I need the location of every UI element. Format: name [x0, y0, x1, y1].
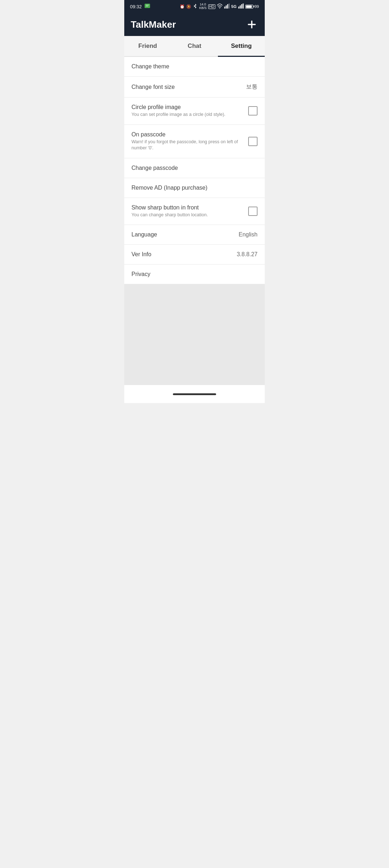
setting-title-change-font-size: Change font size: [131, 84, 242, 90]
svg-rect-4: [227, 4, 228, 9]
setting-subtitle-on-passcode: Warn! if you forgot the passcode, long p…: [131, 139, 244, 152]
setting-value-font-size: 보통: [246, 83, 258, 91]
svg-rect-9: [242, 4, 243, 9]
setting-item-change-passcode[interactable]: Change passcode: [124, 158, 265, 178]
setting-title-remove-ad: Remove AD (Inapp purchase): [131, 185, 258, 191]
svg-rect-7: [240, 5, 241, 9]
add-button[interactable]: [245, 18, 258, 31]
status-right: ⏰ 🔕 14.0KB/S HD 5G: [180, 3, 259, 10]
setting-title-change-passcode: Change passcode: [131, 165, 258, 171]
setting-subtitle-sharp-button: You can change sharp button location.: [131, 212, 244, 218]
alarm-icon: ⏰: [180, 4, 185, 9]
app-title: TalkMaker: [131, 19, 176, 30]
tab-friend-label: Friend: [138, 42, 157, 49]
nav-bar: [124, 385, 265, 403]
setting-title-sharp-button: Show sharp button in front: [131, 204, 244, 211]
setting-value-language: English: [239, 231, 258, 238]
setting-checkbox-on-passcode[interactable]: [248, 137, 258, 146]
setting-value-ver-info: 3.8.8.27: [237, 251, 258, 258]
time-display: 09:32: [130, 4, 142, 9]
bottom-area: [124, 284, 265, 385]
setting-checkbox-sharp-button[interactable]: [248, 207, 258, 216]
setting-title-language: Language: [131, 231, 234, 238]
wifi-icon: [217, 3, 223, 10]
nav-handle: [173, 393, 216, 395]
settings-list: Change theme Change font size 보통 Circle …: [124, 57, 265, 284]
status-bar: 09:32 ⏰ 🔕 14.0KB/S HD: [124, 0, 265, 13]
tab-chat[interactable]: Chat: [171, 36, 218, 56]
header: TalkMaker: [124, 13, 265, 36]
setting-title-privacy: Privacy: [131, 271, 258, 277]
tab-friend[interactable]: Friend: [124, 36, 171, 56]
setting-item-ver-info[interactable]: Ver Info 3.8.8.27: [124, 245, 265, 265]
setting-title-change-theme: Change theme: [131, 63, 258, 70]
setting-item-language[interactable]: Language English: [124, 225, 265, 245]
setting-item-sharp-button[interactable]: Show sharp button in front You can chang…: [124, 198, 265, 225]
svg-rect-8: [241, 4, 242, 9]
svg-rect-0: [144, 4, 150, 8]
setting-item-remove-ad[interactable]: Remove AD (Inapp purchase): [124, 178, 265, 198]
svg-rect-6: [238, 6, 239, 8]
network-5g: 5G: [231, 4, 237, 9]
setting-item-change-font-size[interactable]: Change font size 보통: [124, 77, 265, 98]
message-icon: [144, 3, 151, 10]
signal-4g: [224, 3, 230, 10]
svg-rect-5: [229, 4, 230, 9]
svg-rect-2: [224, 6, 225, 8]
setting-item-privacy[interactable]: Privacy: [124, 265, 265, 284]
svg-point-1: [219, 8, 220, 9]
tab-chat-label: Chat: [188, 42, 201, 49]
data-speed: 14.0KB/S: [199, 3, 207, 10]
setting-title-ver-info: Ver Info: [131, 251, 232, 258]
bluetooth-icon: [193, 4, 198, 9]
hd-icon: HD: [208, 4, 215, 9]
status-left: 09:32: [130, 3, 151, 10]
setting-item-on-passcode[interactable]: On passcode Warn! if you forgot the pass…: [124, 125, 265, 158]
tab-setting[interactable]: Setting: [218, 36, 265, 56]
setting-item-change-theme[interactable]: Change theme: [124, 57, 265, 77]
mute-icon: 🔕: [186, 4, 191, 9]
battery-level: 99: [255, 4, 259, 9]
setting-checkbox-circle-profile[interactable]: [248, 106, 258, 116]
battery-icon: [245, 5, 253, 9]
tab-setting-label: Setting: [231, 42, 252, 49]
setting-subtitle-circle-profile: You can set profile image as a circle (o…: [131, 112, 244, 118]
setting-title-circle-profile: Circle profile image: [131, 104, 244, 110]
svg-rect-3: [226, 5, 227, 9]
tab-bar: Friend Chat Setting: [124, 36, 265, 57]
signal-5g: [238, 3, 244, 10]
setting-item-circle-profile[interactable]: Circle profile image You can set profile…: [124, 98, 265, 125]
setting-title-on-passcode: On passcode: [131, 131, 244, 138]
